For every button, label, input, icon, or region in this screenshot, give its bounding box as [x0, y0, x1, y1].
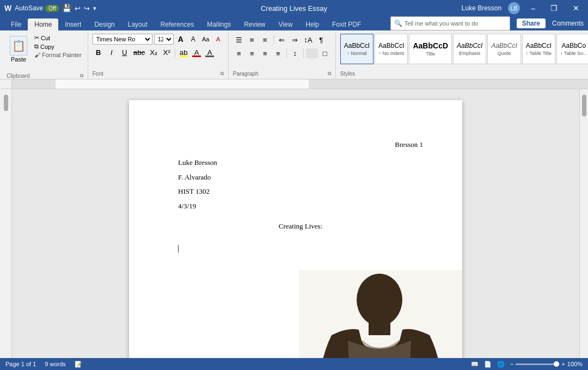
align-right-button[interactable]: ≡ [259, 47, 271, 59]
decrease-indent-button[interactable]: ⇐ [276, 34, 288, 46]
italic-button[interactable]: I [106, 46, 118, 58]
underline-button[interactable]: U [119, 46, 131, 58]
superscript-button[interactable]: X² [161, 46, 173, 58]
save-icon[interactable]: 💾 [62, 4, 71, 13]
shading-color-button[interactable]: A [204, 46, 216, 58]
doc-author-line3: HIST 1302 [178, 186, 423, 198]
change-case-button[interactable]: Aa [200, 34, 211, 45]
tab-file[interactable]: File [4, 18, 28, 30]
customize-qat-icon[interactable]: ▾ [93, 5, 96, 12]
font-group: Times New Ro 12 A A Aa A B I U abc X₂ X² [88, 33, 229, 79]
paragraph-expand-icon[interactable]: ⧉ [328, 71, 331, 77]
restore-button[interactable]: ❐ [546, 3, 562, 14]
style-emphasis[interactable]: AaBbCcI Emphasis [453, 34, 486, 64]
paragraph-label: Paragraph [233, 71, 259, 77]
paragraph-controls: ☰ ≡ ≡ ⇐ ⇒ ↕A ¶ ≡ ≡ ≡ ≡ ↕ □ [233, 34, 331, 59]
sort-button[interactable]: ↕A [302, 34, 314, 46]
show-hide-button[interactable]: ¶ [315, 34, 327, 46]
copy-button[interactable]: ⧉ Copy [33, 42, 83, 51]
style-title-name: Title [426, 51, 435, 57]
tab-review[interactable]: Review [237, 18, 272, 30]
multilevel-button[interactable]: ≡ [259, 34, 271, 46]
minimize-button[interactable]: – [526, 3, 540, 14]
subscript-button[interactable]: X₂ [148, 46, 160, 58]
document-title: Creating Lives Essay [261, 4, 327, 13]
clear-format-button[interactable]: A [213, 34, 224, 45]
increase-indent-button[interactable]: ⇒ [289, 34, 301, 46]
content-area[interactable]: Bresson 1 Luke Bresson F. Alvarado HIST … [12, 89, 579, 368]
grow-font-button[interactable]: A [175, 34, 186, 45]
meme-overlay: Ah shit, here we go again [234, 270, 462, 368]
highlight-button[interactable]: ab [177, 46, 189, 58]
zoom-out-icon[interactable]: − [510, 361, 513, 367]
style-quote[interactable]: AaBbCcI Quote [487, 34, 520, 64]
zoom-level[interactable]: 100% [567, 361, 583, 367]
view-print-icon[interactable]: 📄 [484, 361, 492, 368]
cut-button[interactable]: ✂ Cut [33, 34, 83, 42]
comments-button[interactable]: Comments [552, 20, 584, 27]
svg-rect-5 [369, 322, 390, 335]
svg-point-4 [357, 274, 402, 326]
tab-view[interactable]: View [272, 18, 299, 30]
paste-button[interactable]: 📋 Paste [7, 34, 30, 65]
justify-button[interactable]: ≡ [272, 47, 284, 59]
bold-button[interactable]: B [93, 46, 105, 58]
clipboard-expand-icon[interactable]: ⧉ [80, 73, 83, 79]
autosave-label: AutoSave [15, 4, 43, 12]
search-icon: 🔍 [394, 20, 402, 27]
format-painter-button[interactable]: 🖌 Format Painter [33, 51, 83, 59]
search-bar[interactable]: 🔍 Tell me what you want to do [390, 16, 510, 30]
document-cursor-area[interactable] [178, 243, 423, 255]
zoom-in-icon[interactable]: + [561, 361, 565, 367]
bullets-button[interactable]: ☰ [233, 34, 245, 46]
word-count[interactable]: 9 words [45, 361, 66, 367]
format-painter-icon: 🖌 [34, 52, 40, 58]
cut-label: Cut [41, 35, 50, 41]
main-area: Bresson 1 Luke Bresson F. Alvarado HIST … [0, 89, 588, 368]
borders-button[interactable]: □ [319, 47, 331, 59]
tab-mailings[interactable]: Mailings [200, 18, 237, 30]
strikethrough-button[interactable]: abc [132, 46, 147, 58]
account-icon[interactable]: LB [508, 2, 520, 14]
shading-button[interactable] [306, 48, 318, 58]
svg-rect-2 [309, 79, 588, 89]
page-info[interactable]: Page 1 of 1 [5, 361, 36, 367]
style-normal-name: ↑ Normal [347, 51, 366, 56]
style-no-indent[interactable]: AaBbCcI ↑ No Indent [375, 34, 408, 64]
tab-home[interactable]: Home [28, 18, 58, 30]
style-table-title[interactable]: AaBbCcI ↑ Table Title [522, 34, 555, 64]
autosave-toggle[interactable]: Off [45, 5, 59, 12]
zoom-handle[interactable] [554, 361, 559, 367]
align-center-button[interactable]: ≡ [246, 47, 258, 59]
view-read-icon[interactable]: 📖 [471, 361, 479, 368]
close-button[interactable]: ✕ [568, 3, 584, 14]
share-button[interactable]: Share [517, 18, 546, 28]
numbering-button[interactable]: ≡ [246, 34, 258, 46]
ruler-corner [0, 79, 12, 89]
vertical-scrollbar-thumb[interactable] [4, 95, 8, 111]
redo-icon[interactable]: ↪ [84, 4, 90, 13]
clipboard-label: Clipboard [7, 73, 30, 79]
tab-foxit[interactable]: Foxit PDF [326, 18, 367, 30]
font-size-select[interactable]: 12 [154, 34, 174, 45]
line-spacing-button[interactable]: ↕ [289, 47, 301, 59]
tab-help[interactable]: Help [299, 18, 326, 30]
right-scrollbar-thumb[interactable] [582, 95, 586, 116]
font-expand-icon[interactable]: ⧉ [220, 71, 224, 77]
tab-layout[interactable]: Layout [121, 18, 154, 30]
style-table-so[interactable]: AaBbCo ↑ Table So... [556, 34, 588, 64]
undo-icon[interactable]: ↩ [75, 4, 81, 13]
proofing-icon[interactable]: 📝 [75, 361, 82, 368]
style-title[interactable]: AaBbCcD Title [409, 34, 452, 64]
tab-insert[interactable]: Insert [58, 18, 88, 30]
style-normal[interactable]: AaBbCcI ↑ Normal [340, 34, 373, 64]
align-left-button[interactable]: ≡ [233, 47, 245, 59]
view-web-icon[interactable]: 🌐 [497, 361, 505, 368]
zoom-slider[interactable]: − + 100% [510, 361, 583, 367]
font-name-select[interactable]: Times New Ro [93, 34, 152, 45]
shrink-font-button[interactable]: A [188, 34, 199, 45]
tab-references[interactable]: References [154, 18, 200, 30]
font-color-button[interactable]: A [191, 46, 203, 58]
tab-design[interactable]: Design [88, 18, 121, 30]
clipboard-small-buttons: ✂ Cut ⧉ Copy 🖌 Format Painter [33, 34, 83, 59]
